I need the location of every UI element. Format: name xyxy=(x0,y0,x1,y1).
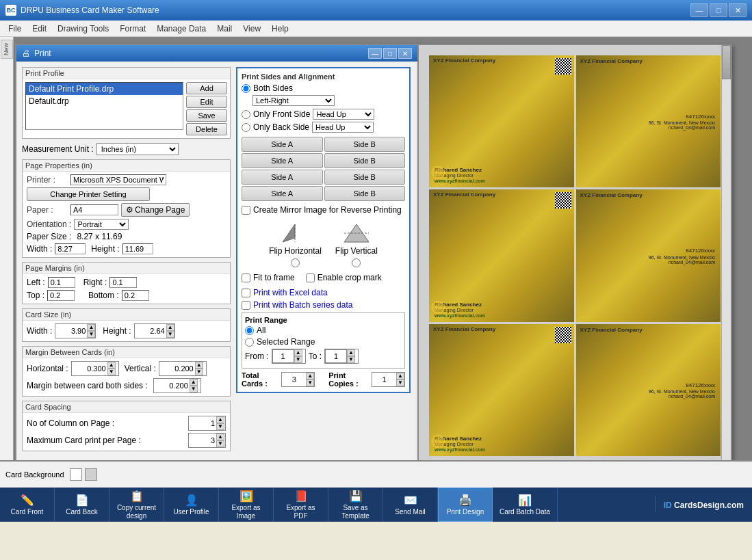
both-sides-down[interactable]: ▼ xyxy=(190,386,198,392)
mirror-checkbox[interactable] xyxy=(242,206,250,215)
both-sides-up[interactable]: ▲ xyxy=(190,379,198,386)
minimize-button[interactable]: — xyxy=(690,3,708,17)
taskbar-send-mail[interactable]: ✉️ Send Mail xyxy=(383,488,438,522)
taskbar-card-back[interactable]: 📄 Card Back xyxy=(55,488,109,522)
taskbar-card-batch[interactable]: 📊 Card Batch Data xyxy=(493,488,558,522)
print-copies-up[interactable]: ▲ xyxy=(396,373,404,379)
print-batch-checkbox[interactable] xyxy=(242,301,250,310)
print-copies-down[interactable]: ▼ xyxy=(396,379,404,386)
to-input[interactable] xyxy=(325,349,347,363)
columns-down[interactable]: ▼ xyxy=(216,423,224,430)
dialog-close[interactable]: ✕ xyxy=(398,48,412,59)
print-copies-input[interactable] xyxy=(372,373,396,386)
front-side-radio[interactable] xyxy=(242,110,250,119)
change-printer-button[interactable]: Change Printer Setting xyxy=(27,187,150,201)
from-spinbox[interactable]: ▲ ▼ xyxy=(272,349,306,364)
from-up[interactable]: ▲ xyxy=(294,349,302,356)
card-width-up[interactable]: ▲ xyxy=(87,324,95,331)
menu-format[interactable]: Format xyxy=(114,23,151,35)
menu-help[interactable]: Help xyxy=(266,23,294,35)
max-cards-down[interactable]: ▼ xyxy=(216,440,224,447)
front-head-select[interactable]: Head Up Head Down xyxy=(313,109,374,120)
total-cards-down[interactable]: ▼ xyxy=(306,379,314,386)
printer-input[interactable] xyxy=(70,174,166,185)
horizontal-input[interactable] xyxy=(72,362,107,375)
side-a-2[interactable]: Side A xyxy=(242,153,323,168)
side-a-3[interactable]: Side A xyxy=(242,170,323,185)
total-cards-input[interactable] xyxy=(282,373,306,386)
width-input[interactable] xyxy=(55,243,86,254)
taskbar-card-front[interactable]: ✏️ Card Front xyxy=(0,488,55,522)
both-sides-radio[interactable] xyxy=(242,84,250,93)
side-b-4[interactable]: Side B xyxy=(324,186,406,201)
print-excel-checkbox[interactable] xyxy=(242,289,250,297)
right-margin-input[interactable] xyxy=(109,277,137,288)
columns-spinbox[interactable]: ▲ ▼ xyxy=(188,416,226,431)
print-copies-spinbox[interactable]: ▲ ▼ xyxy=(372,372,405,387)
flip-horizontal-option[interactable]: Flip Horizontal xyxy=(269,223,322,267)
profile-list[interactable]: Default Print Profile.drp Default.drp xyxy=(25,82,183,130)
horizontal-down[interactable]: ▼ xyxy=(107,369,116,375)
taskbar-export-pdf[interactable]: 📕 Export asPDF xyxy=(274,488,328,522)
all-radio[interactable] xyxy=(245,326,254,335)
from-input[interactable] xyxy=(272,349,294,363)
change-page-button[interactable]: ⚙ Change Page xyxy=(121,203,190,217)
from-down[interactable]: ▼ xyxy=(294,356,302,363)
dialog-minimize[interactable]: — xyxy=(368,48,382,59)
side-a-1[interactable]: Side A xyxy=(242,137,323,152)
card-height-down[interactable]: ▼ xyxy=(166,331,174,338)
profile-item-1[interactable]: Default.drp xyxy=(26,95,183,107)
preview-scrollbar[interactable] xyxy=(721,45,731,460)
card-height-up[interactable]: ▲ xyxy=(166,324,174,331)
to-spinbox[interactable]: ▲ ▼ xyxy=(324,349,359,364)
vertical-input[interactable] xyxy=(159,362,195,375)
side-b-3[interactable]: Side B xyxy=(324,170,406,185)
back-head-select[interactable]: Head Up Head Down xyxy=(312,122,374,133)
horizontal-up[interactable]: ▲ xyxy=(107,362,116,369)
horizontal-spinbox[interactable]: ▲ ▼ xyxy=(71,361,119,376)
card-width-down[interactable]: ▼ xyxy=(87,331,95,338)
menu-drawing-tools[interactable]: Drawing Tools xyxy=(52,23,114,35)
dialog-maximize[interactable]: □ xyxy=(383,48,397,59)
both-sides-input[interactable] xyxy=(154,379,190,392)
edit-profile-button[interactable]: Edit xyxy=(186,96,227,108)
taskbar-save-template[interactable]: 💾 Save asTemplate xyxy=(328,488,383,522)
side-a-4[interactable]: Side A xyxy=(242,186,323,201)
both-sides-spinbox[interactable]: ▲ ▼ xyxy=(153,378,201,393)
bottom-margin-input[interactable] xyxy=(122,290,149,301)
maximize-button[interactable]: □ xyxy=(710,3,727,17)
menu-manage-data[interactable]: Manage Data xyxy=(151,23,211,35)
scrollbar-thumb[interactable] xyxy=(722,45,731,79)
card-height-input[interactable] xyxy=(135,324,166,338)
close-button[interactable]: ✕ xyxy=(729,3,747,17)
flip-vertical-option[interactable]: Flip Vertical xyxy=(335,223,378,267)
lr-select[interactable]: Left-Right Top-Bottom xyxy=(252,95,335,106)
top-margin-input[interactable] xyxy=(47,290,75,301)
color-box-white[interactable] xyxy=(70,468,82,481)
back-side-radio[interactable] xyxy=(242,123,250,132)
vertical-down[interactable]: ▼ xyxy=(195,369,203,375)
taskbar-print-design[interactable]: 🖨️ Print Design xyxy=(438,488,493,522)
vertical-spinbox[interactable]: ▲ ▼ xyxy=(159,361,207,376)
taskbar-user-profile[interactable]: 👤 User Profile xyxy=(164,488,219,522)
color-box-gray[interactable] xyxy=(85,468,97,481)
flip-vertical-radio[interactable] xyxy=(352,258,361,267)
measurement-select[interactable]: Inches (in) Centimeters (cm) Millimeters… xyxy=(96,143,179,155)
columns-input[interactable] xyxy=(189,416,216,430)
side-b-1[interactable]: Side B xyxy=(324,137,406,152)
new-button[interactable]: New xyxy=(1,40,13,59)
total-cards-spinbox[interactable]: ▲ ▼ xyxy=(281,372,315,387)
paper-input[interactable] xyxy=(70,204,118,215)
fit-to-frame-checkbox[interactable] xyxy=(242,274,250,282)
delete-profile-button[interactable]: Delete xyxy=(186,123,227,135)
orientation-select[interactable]: Portrait Landscape xyxy=(74,219,129,230)
to-up[interactable]: ▲ xyxy=(347,349,355,356)
height-input[interactable] xyxy=(122,243,153,254)
side-b-2[interactable]: Side B xyxy=(324,153,406,168)
max-cards-input[interactable] xyxy=(189,434,216,447)
left-margin-input[interactable] xyxy=(48,277,75,288)
save-profile-button[interactable]: Save xyxy=(186,109,227,122)
menu-mail[interactable]: Mail xyxy=(211,23,237,35)
menu-edit[interactable]: Edit xyxy=(27,23,52,35)
menu-view[interactable]: View xyxy=(237,23,266,35)
